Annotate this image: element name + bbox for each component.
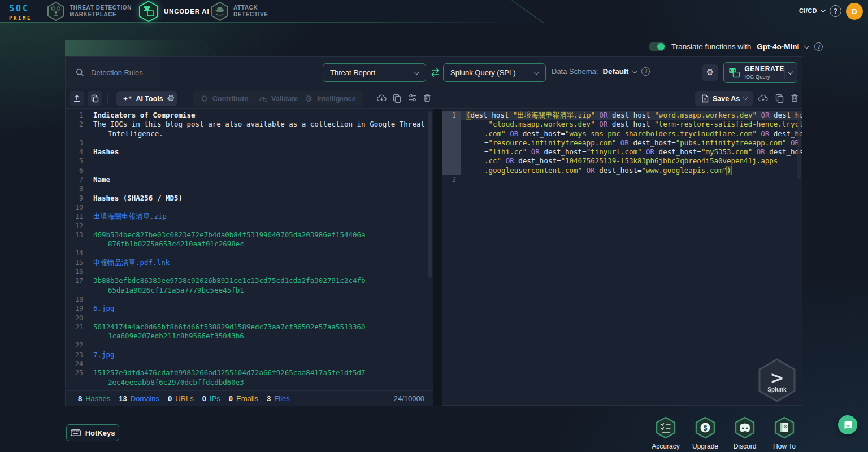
- generate-settings-button[interactable]: ⚙: [702, 64, 718, 81]
- top-nav: SOC PRIME THREAT DETECTION MARKETPLACE U…: [0, 0, 868, 23]
- generate-ioc-query-button[interactable]: GENERATE IOC Query: [723, 62, 797, 83]
- chat-bubble-icon: [843, 420, 853, 430]
- filter-settings-button[interactable]: [408, 94, 417, 104]
- swap-formats-button[interactable]: [429, 68, 441, 80]
- ioc-count-urls: 0URLs: [168, 394, 194, 403]
- code-row: 3: [66, 138, 433, 147]
- code-line: .cc" OR dest_host="104075625139-l53k83pb…: [461, 157, 802, 166]
- code-line: [88, 314, 433, 323]
- editor-settings-button[interactable]: ⚙: [167, 93, 175, 103]
- target-format-select[interactable]: Splunk Query (SPL): [443, 63, 546, 82]
- generate-divider: [784, 67, 785, 79]
- intelligence-button[interactable]: Intelligence: [298, 91, 363, 106]
- accuracy-checklist-icon: [656, 416, 676, 439]
- cloud-download-result-button[interactable]: [758, 94, 768, 105]
- line-number: 1: [442, 111, 461, 120]
- copy-button[interactable]: [393, 94, 401, 105]
- translate-toggle[interactable]: [649, 42, 666, 51]
- line-number: 15: [66, 258, 88, 267]
- code-line: [88, 166, 433, 175]
- trash-icon: [423, 94, 431, 102]
- footer-divider: [129, 433, 643, 433]
- contribute-button[interactable]: Contribute: [193, 91, 255, 106]
- chat-widget-button[interactable]: [838, 415, 857, 434]
- help-button[interactable]: ?: [830, 5, 841, 17]
- avatar[interactable]: D: [846, 3, 863, 20]
- cloud-download-button[interactable]: [377, 94, 387, 105]
- shortcut-upgrade[interactable]: $ Upgrade: [685, 416, 725, 450]
- clear-right-editor-button[interactable]: [791, 94, 798, 105]
- detection-rules-search[interactable]: [66, 57, 160, 88]
- chevron-down-icon: [821, 7, 826, 13]
- gear-icon: ⚙: [706, 68, 714, 77]
- line-number: 9: [66, 194, 88, 203]
- hotkeys-button[interactable]: HotKeys: [66, 424, 119, 441]
- info-icon[interactable]: i: [641, 67, 650, 76]
- nav-item-uncoder-ai[interactable]: UNCODER AI: [138, 0, 209, 23]
- code-line: .com" OR dest_host="ways-sms-pmc-shareho…: [461, 129, 802, 138]
- code-row: 22: [66, 341, 433, 350]
- shortcut-how-to[interactable]: How To: [765, 416, 804, 450]
- chevron-down-icon[interactable]: [788, 69, 793, 74]
- left-editor-scrollbar[interactable]: [428, 111, 432, 278]
- code-row: 6: [66, 166, 433, 175]
- line-number: 3: [66, 138, 88, 147]
- cicd-menu[interactable]: CI/CD: [799, 7, 825, 14]
- source-editor[interactable]: 1Indicators of Compromise2The IOCs in th…: [66, 109, 433, 390]
- shortcut-accuracy[interactable]: Accuracy: [646, 416, 685, 450]
- code-line: ="lihi.cc" OR dest_host="tinyurl.com" OR…: [461, 147, 802, 157]
- copy-result-button[interactable]: [775, 94, 784, 105]
- code-line: [88, 184, 433, 193]
- source-format-select[interactable]: Threat Report: [323, 63, 426, 82]
- how-to-book-icon: [774, 416, 795, 439]
- info-icon[interactable]: i: [814, 42, 823, 51]
- code-row: .googleusercontent.com" OR dest_host="ww…: [442, 166, 802, 175]
- code-row: 2: [442, 175, 802, 184]
- soc-prime-logo[interactable]: SOC PRIME: [9, 3, 32, 21]
- document-copy-icon: [91, 94, 99, 103]
- right-editor-scrollbar[interactable]: [797, 111, 801, 179]
- line-number: 5: [66, 157, 88, 166]
- shortcut-discord[interactable]: Discord: [725, 416, 765, 450]
- paste-document-button[interactable]: [88, 91, 102, 106]
- code-line: [88, 203, 433, 212]
- code-line: 2ec4eeeabb8f6c2970dcbffdcdbd60e3: [88, 378, 433, 387]
- chip-icon: [305, 95, 313, 102]
- code-row: 11出境海關申報清單.zip: [66, 212, 433, 221]
- chevron-down-icon[interactable]: [804, 43, 810, 49]
- chevron-down-icon[interactable]: [632, 68, 638, 73]
- line-number: 23: [66, 350, 88, 359]
- toolbar-divider: [107, 93, 108, 104]
- line-number: 2: [442, 175, 461, 184]
- shortcut-label: Accuracy: [646, 442, 685, 450]
- upload-button[interactable]: [70, 91, 84, 106]
- code-row: 24: [66, 359, 433, 368]
- code-row: 173b88b3efbdc86383ee9738c92026b8931ce1c1…: [66, 276, 433, 285]
- code-row: 13469b534bec827be03c0823e72e7b4da0b84f53…: [66, 231, 433, 240]
- code-line: Name: [88, 175, 433, 184]
- search-icon: [76, 68, 84, 77]
- logo-line1: SOC: [9, 3, 32, 14]
- code-row: 7Name: [66, 175, 433, 184]
- code-line: [461, 175, 802, 184]
- toolbar-row-secondary: ✦⁺ AI Tools ⚙ Contribute Validate: [66, 88, 802, 109]
- result-editor[interactable]: 1(dest_host="出境海關申報清單.zip" OR dest_host=…: [442, 109, 802, 406]
- code-line: 7.jpg: [88, 350, 433, 359]
- data-schema-value[interactable]: Default: [602, 67, 628, 76]
- code-line: [88, 221, 433, 231]
- ioc-count-files: 3Files: [267, 394, 290, 403]
- translate-model[interactable]: Gpt-4o-Mini: [757, 42, 799, 51]
- ioc-status-bar: 8Hashes13Domains0URLs0IPs0Emails3Files 2…: [66, 390, 433, 406]
- code-row: 65da1a9026cf171a5a7779bc5ee45fb1: [66, 286, 433, 295]
- validate-button[interactable]: Validate: [251, 91, 305, 106]
- code-line: ="cloud.msapp.workers.dev" OR dest_host=…: [461, 120, 802, 129]
- cloud-download-icon: [758, 94, 768, 102]
- toolbar-divider: [744, 93, 745, 104]
- clear-left-editor-button[interactable]: [423, 94, 431, 105]
- nav-item-threat-detection-marketplace[interactable]: THREAT DETECTION MARKETPLACE: [47, 0, 132, 23]
- chip-icon: [201, 95, 208, 102]
- code-row: ="lihi.cc" OR dest_host="tinyurl.com" OR…: [442, 147, 802, 157]
- code-line: [88, 295, 433, 304]
- search-input[interactable]: [90, 68, 157, 77]
- nav-item-attack-detective[interactable]: ATTACK DETECTIVE: [211, 0, 268, 23]
